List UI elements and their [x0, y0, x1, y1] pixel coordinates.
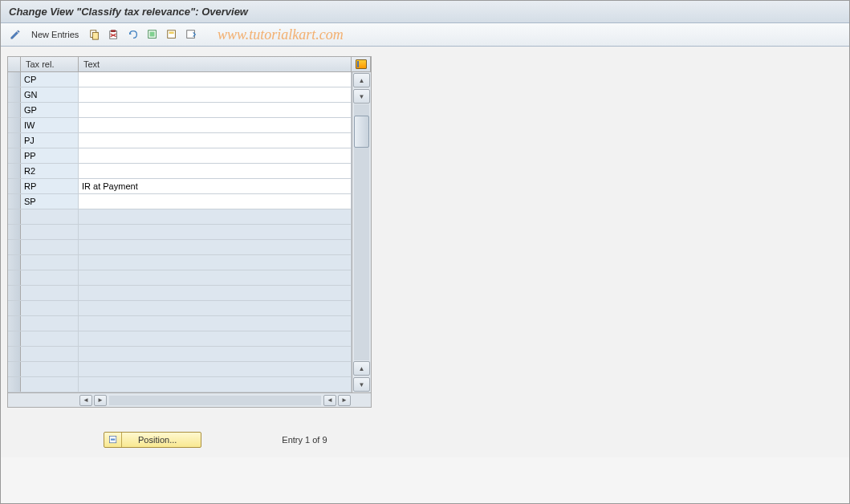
table-row-empty — [8, 225, 352, 240]
svg-rect-6 — [169, 32, 174, 35]
row-selector — [8, 240, 21, 254]
table-settings-icon — [356, 59, 367, 69]
cell-taxrel[interactable]: GN — [21, 87, 79, 102]
select-block-icon[interactable] — [164, 26, 180, 43]
table-row[interactable]: GP — [8, 103, 352, 118]
row-selector — [8, 301, 21, 315]
row-selector[interactable] — [8, 103, 21, 117]
table-row[interactable]: SP — [8, 194, 352, 209]
cell-text[interactable] — [79, 72, 352, 87]
grid-header: Tax rel. Text — [8, 57, 371, 72]
horizontal-scrollbar[interactable]: ◄ ► ◄ ► — [8, 392, 371, 407]
cell-text[interactable] — [79, 133, 352, 148]
cell-taxrel — [21, 316, 79, 331]
grid-header-taxrel[interactable]: Tax rel. — [21, 57, 79, 71]
cell-taxrel[interactable]: R2 — [21, 164, 79, 178]
position-button[interactable]: Position... — [104, 432, 201, 448]
table-row[interactable]: PJ — [8, 133, 352, 148]
cell-taxrel[interactable]: GP — [21, 103, 79, 117]
table-row-empty — [8, 240, 352, 255]
new-entries-button[interactable]: New Entries — [26, 28, 83, 41]
footer: Position... Entry 1 of 9 — [7, 432, 843, 448]
table-row-empty — [8, 316, 352, 331]
toggle-display-change-icon[interactable] — [7, 26, 23, 43]
table-row[interactable]: CP — [8, 72, 352, 87]
scroll-left-page-button[interactable]: ► — [94, 395, 107, 406]
cell-text[interactable] — [79, 164, 352, 178]
grid-header-selector[interactable] — [8, 57, 21, 71]
table-row-empty — [8, 301, 352, 316]
table-row[interactable]: PP — [8, 148, 352, 164]
scroll-page-down-button[interactable]: ▲ — [353, 361, 370, 376]
cell-taxrel[interactable]: SP — [21, 194, 79, 209]
cell-taxrel[interactable]: RP — [21, 179, 79, 193]
cell-text — [79, 225, 352, 239]
cell-text[interactable]: IR at Payment — [79, 179, 352, 193]
delete-icon[interactable] — [106, 26, 122, 43]
cell-text — [79, 362, 352, 376]
cell-taxrel — [21, 240, 79, 254]
row-selector — [8, 331, 21, 346]
svg-rect-5 — [168, 30, 176, 39]
cell-text — [79, 270, 352, 285]
row-selector[interactable] — [8, 133, 21, 148]
row-selector[interactable] — [8, 87, 21, 102]
svg-rect-4 — [150, 32, 155, 37]
cell-text[interactable] — [79, 118, 352, 132]
scroll-left-button[interactable]: ◄ — [79, 395, 92, 406]
table-row-empty — [8, 377, 352, 392]
table-row-empty — [8, 331, 352, 347]
row-selector[interactable] — [8, 164, 21, 178]
copy-as-icon[interactable] — [87, 26, 103, 43]
table-row-empty — [8, 286, 352, 301]
cell-taxrel — [21, 286, 79, 300]
cell-text — [79, 286, 352, 300]
grid-configure-button[interactable] — [352, 57, 371, 71]
table-row[interactable]: GN — [8, 87, 352, 103]
data-grid: Tax rel. Text CPGNGPIWPJPPR2RPIR at Paym… — [7, 56, 372, 408]
cell-text — [79, 255, 352, 270]
table-row-empty — [8, 255, 352, 270]
scroll-page-up-button[interactable]: ▼ — [353, 89, 370, 104]
cell-taxrel — [21, 347, 79, 361]
cell-text[interactable] — [79, 194, 352, 209]
scroll-down-button[interactable]: ▼ — [353, 377, 370, 392]
position-icon — [104, 433, 122, 447]
cell-text[interactable] — [79, 87, 352, 102]
undo-change-icon[interactable] — [125, 26, 141, 43]
row-selector[interactable] — [8, 118, 21, 132]
scroll-track[interactable] — [354, 104, 369, 360]
table-row-empty — [8, 362, 352, 377]
grid-header-text[interactable]: Text — [79, 57, 352, 71]
cell-taxrel — [21, 362, 79, 376]
entry-count-text: Entry 1 of 9 — [282, 435, 327, 445]
table-row[interactable]: IW — [8, 118, 352, 133]
scroll-up-button[interactable]: ▲ — [353, 73, 370, 87]
page-title: Change View "Classify tax relevance": Ov… — [1, 1, 849, 23]
deselect-all-icon[interactable] — [183, 26, 199, 43]
cell-taxrel[interactable]: PJ — [21, 133, 79, 148]
cell-taxrel[interactable]: PP — [21, 148, 79, 163]
cell-text — [79, 377, 352, 392]
row-selector[interactable] — [8, 148, 21, 163]
select-all-icon[interactable] — [144, 26, 161, 43]
cell-text[interactable] — [79, 148, 352, 163]
cell-taxrel[interactable]: CP — [21, 72, 79, 87]
row-selector[interactable] — [8, 194, 21, 209]
row-selector[interactable] — [8, 179, 21, 193]
cell-text — [79, 347, 352, 361]
scroll-right-page-button[interactable]: ◄ — [323, 395, 336, 406]
table-row[interactable]: RPIR at Payment — [8, 179, 352, 194]
scroll-right-button[interactable]: ► — [338, 395, 351, 406]
row-selector[interactable] — [8, 72, 21, 87]
cell-text[interactable] — [79, 103, 352, 117]
vertical-scrollbar[interactable]: ▲ ▼ ▲ ▼ — [352, 72, 371, 392]
cell-taxrel — [21, 255, 79, 270]
scroll-thumb[interactable] — [354, 116, 369, 148]
cell-text — [79, 301, 352, 315]
cell-taxrel — [21, 209, 79, 224]
cell-taxrel[interactable]: IW — [21, 118, 79, 132]
table-row[interactable]: R2 — [8, 164, 352, 179]
position-button-label: Position... — [122, 435, 201, 445]
main-area: Tax rel. Text CPGNGPIWPJPPR2RPIR at Paym… — [1, 47, 849, 457]
